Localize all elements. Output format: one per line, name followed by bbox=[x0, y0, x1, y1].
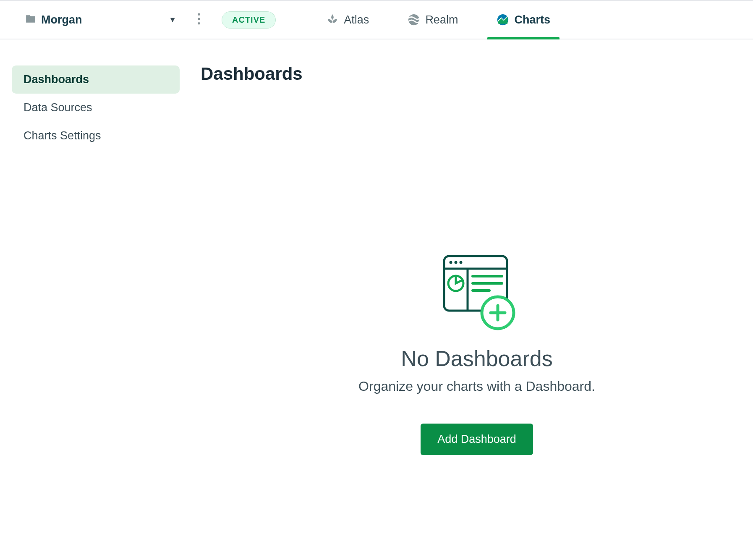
sidebar: Dashboards Data Sources Charts Settings bbox=[12, 65, 180, 455]
sidebar-item-label: Data Sources bbox=[24, 101, 92, 114]
sidebar-item-dashboards[interactable]: Dashboards bbox=[12, 65, 180, 94]
atlas-icon bbox=[326, 13, 339, 26]
body-area: Dashboards Data Sources Charts Settings … bbox=[0, 39, 753, 455]
project-name: Morgan bbox=[41, 13, 82, 26]
sidebar-item-data-sources[interactable]: Data Sources bbox=[12, 94, 180, 122]
chevron-down-icon: ▼ bbox=[169, 16, 176, 24]
empty-state-subtitle: Organize your charts with a Dashboard. bbox=[358, 379, 595, 394]
sidebar-item-charts-settings[interactable]: Charts Settings bbox=[12, 122, 180, 150]
sidebar-item-label: Charts Settings bbox=[24, 129, 101, 142]
svg-point-8 bbox=[455, 261, 458, 264]
tab-atlas[interactable]: Atlas bbox=[317, 1, 378, 39]
tab-label: Atlas bbox=[344, 13, 369, 26]
svg-point-1 bbox=[198, 18, 200, 20]
tab-charts[interactable]: Charts bbox=[487, 1, 560, 39]
sidebar-item-label: Dashboards bbox=[24, 73, 89, 86]
tab-label: Realm bbox=[425, 13, 458, 26]
more-menu-button[interactable] bbox=[192, 13, 206, 26]
add-dashboard-button[interactable]: Add Dashboard bbox=[421, 424, 533, 455]
top-tabs: Atlas Realm Charts bbox=[317, 1, 560, 39]
charts-icon bbox=[497, 13, 509, 26]
tab-label: Charts bbox=[514, 13, 550, 26]
folder-icon bbox=[25, 13, 36, 26]
realm-icon bbox=[408, 13, 420, 26]
svg-point-7 bbox=[450, 261, 452, 264]
dashboard-empty-illustration bbox=[435, 252, 519, 333]
app-header: Morgan ▼ ACTIVE Atlas bbox=[0, 0, 753, 39]
project-selector[interactable]: Morgan ▼ bbox=[25, 13, 180, 26]
empty-state: No Dashboards Organize your charts with … bbox=[296, 252, 657, 455]
tab-realm[interactable]: Realm bbox=[398, 1, 467, 39]
status-badge: ACTIVE bbox=[222, 11, 276, 29]
svg-point-0 bbox=[198, 13, 200, 16]
main-content: Dashboards bbox=[180, 65, 753, 455]
svg-point-9 bbox=[460, 261, 463, 264]
svg-point-2 bbox=[198, 22, 200, 24]
empty-state-title: No Dashboards bbox=[401, 346, 552, 371]
page-title: Dashboards bbox=[201, 64, 753, 84]
